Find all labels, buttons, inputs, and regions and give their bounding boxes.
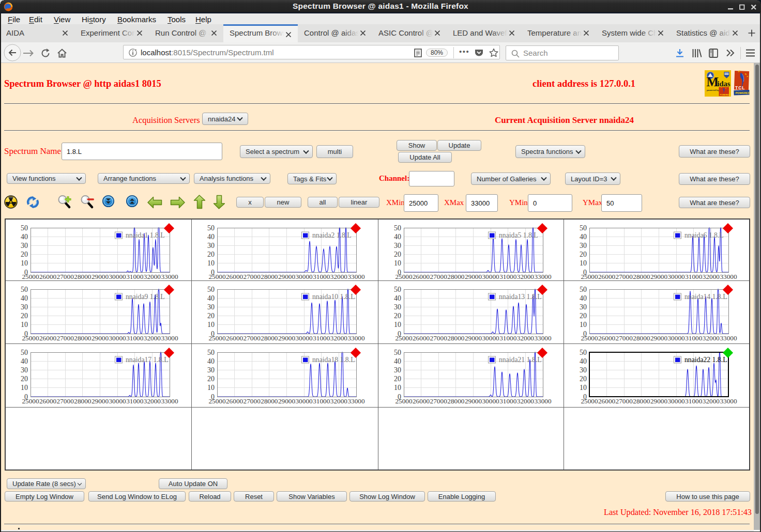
svg-text:POWERED: POWERED bbox=[736, 91, 750, 95]
svg-text:20: 20 bbox=[207, 375, 215, 383]
svg-text:31000: 31000 bbox=[685, 334, 703, 342]
svg-text:31000: 31000 bbox=[126, 273, 144, 280]
svg-text:26000: 26000 bbox=[39, 397, 57, 405]
svg-text:25000: 25000 bbox=[22, 273, 39, 280]
svg-text:27000: 27000 bbox=[243, 334, 261, 342]
svg-text:32000: 32000 bbox=[144, 397, 161, 405]
svg-text:28000: 28000 bbox=[74, 397, 92, 405]
svg-text:10: 10 bbox=[207, 259, 215, 267]
svg-text:27000: 27000 bbox=[243, 397, 261, 405]
svg-text:28000: 28000 bbox=[633, 334, 650, 342]
svg-text:33000: 33000 bbox=[720, 397, 737, 405]
svg-text:50: 50 bbox=[21, 286, 28, 293]
svg-text:20: 20 bbox=[207, 312, 215, 320]
svg-text:30: 30 bbox=[394, 366, 401, 374]
svg-text:28000: 28000 bbox=[633, 273, 650, 280]
svg-text:40: 40 bbox=[21, 357, 28, 365]
svg-text:31000: 31000 bbox=[499, 273, 517, 280]
svg-text:28000: 28000 bbox=[447, 397, 465, 405]
svg-text:33000: 33000 bbox=[347, 273, 365, 280]
svg-text:27000: 27000 bbox=[430, 273, 448, 280]
svg-text:29000: 29000 bbox=[278, 273, 296, 280]
svg-text:40: 40 bbox=[21, 233, 28, 241]
svg-text:30: 30 bbox=[580, 242, 587, 249]
svg-text:26000: 26000 bbox=[39, 273, 57, 280]
svg-text:40: 40 bbox=[207, 357, 215, 365]
svg-text:33000: 33000 bbox=[347, 397, 365, 405]
svg-text:30: 30 bbox=[207, 303, 215, 311]
svg-text:30000: 30000 bbox=[295, 397, 313, 405]
svg-text:31000: 31000 bbox=[126, 334, 144, 342]
svg-text:31000: 31000 bbox=[499, 397, 517, 405]
svg-text:50: 50 bbox=[207, 349, 215, 356]
svg-text:29000: 29000 bbox=[278, 397, 296, 405]
svg-text:10: 10 bbox=[207, 384, 215, 392]
svg-text:10: 10 bbox=[21, 259, 28, 267]
svg-text:nnaida9 1.8.L: nnaida9 1.8.L bbox=[126, 293, 165, 301]
svg-text:31000: 31000 bbox=[313, 334, 330, 342]
svg-text:nnaida10 1.8.L: nnaida10 1.8.L bbox=[312, 293, 355, 301]
svg-text:33000: 33000 bbox=[161, 397, 178, 405]
svg-text:40: 40 bbox=[207, 294, 215, 302]
svg-text:27000: 27000 bbox=[616, 273, 633, 280]
svg-text:32000: 32000 bbox=[330, 397, 348, 405]
svg-text:30: 30 bbox=[207, 242, 215, 249]
svg-text:10: 10 bbox=[21, 384, 28, 392]
svg-text:33000: 33000 bbox=[720, 273, 737, 280]
svg-text:28000: 28000 bbox=[261, 397, 278, 405]
svg-text:28000: 28000 bbox=[74, 334, 92, 342]
svg-text:29000: 29000 bbox=[650, 273, 668, 280]
svg-text:40: 40 bbox=[21, 294, 28, 302]
svg-text:32000: 32000 bbox=[703, 273, 720, 280]
svg-text:30: 30 bbox=[394, 303, 401, 311]
svg-text:30000: 30000 bbox=[482, 273, 499, 280]
svg-text:30: 30 bbox=[580, 366, 587, 374]
svg-text:29000: 29000 bbox=[465, 397, 482, 405]
svg-text:40: 40 bbox=[394, 233, 401, 241]
svg-text:25000: 25000 bbox=[22, 334, 39, 342]
svg-text:25000: 25000 bbox=[208, 334, 226, 342]
svg-text:31000: 31000 bbox=[313, 273, 330, 280]
svg-text:28000: 28000 bbox=[447, 334, 465, 342]
svg-text:idas: idas bbox=[718, 80, 730, 88]
svg-text:33000: 33000 bbox=[534, 334, 552, 342]
svg-text:20: 20 bbox=[394, 375, 401, 383]
svg-text:25000: 25000 bbox=[581, 273, 598, 280]
svg-text:28000: 28000 bbox=[261, 334, 278, 342]
svg-text:30: 30 bbox=[580, 303, 587, 311]
svg-text:28000: 28000 bbox=[447, 273, 465, 280]
svg-text:33000: 33000 bbox=[347, 334, 365, 342]
svg-text:50: 50 bbox=[207, 286, 215, 293]
svg-text:31000: 31000 bbox=[685, 273, 703, 280]
svg-text:nnaida18 1.8.L: nnaida18 1.8.L bbox=[312, 356, 355, 364]
svg-text:29000: 29000 bbox=[650, 334, 668, 342]
svg-text:50: 50 bbox=[580, 349, 587, 356]
svg-text:nnaida5 1.8.L: nnaida5 1.8.L bbox=[499, 231, 538, 239]
svg-text:20: 20 bbox=[21, 375, 28, 383]
svg-text:POWERED: POWERED bbox=[720, 94, 730, 96]
svg-text:30000: 30000 bbox=[295, 273, 313, 280]
svg-text:nnaida13 1.8.L: nnaida13 1.8.L bbox=[499, 293, 542, 301]
svg-text:33000: 33000 bbox=[161, 273, 178, 280]
svg-text:31000: 31000 bbox=[499, 334, 517, 342]
svg-text:20: 20 bbox=[394, 312, 401, 320]
svg-text:20: 20 bbox=[580, 375, 587, 383]
svg-text:50: 50 bbox=[580, 224, 587, 232]
svg-text:27000: 27000 bbox=[430, 397, 448, 405]
svg-text:29000: 29000 bbox=[278, 334, 296, 342]
svg-text:10: 10 bbox=[394, 321, 401, 328]
svg-text:27000: 27000 bbox=[57, 273, 74, 280]
svg-text:50: 50 bbox=[21, 349, 28, 356]
svg-text:25000: 25000 bbox=[22, 397, 39, 405]
svg-text:28000: 28000 bbox=[633, 397, 650, 405]
svg-text:29000: 29000 bbox=[92, 334, 109, 342]
svg-text:27000: 27000 bbox=[430, 334, 448, 342]
svg-text:10: 10 bbox=[21, 321, 28, 328]
svg-text:26000: 26000 bbox=[598, 273, 616, 280]
svg-text:25000: 25000 bbox=[581, 397, 598, 405]
svg-text:26000: 26000 bbox=[39, 334, 57, 342]
svg-text:26000: 26000 bbox=[413, 334, 430, 342]
svg-text:32000: 32000 bbox=[517, 397, 535, 405]
svg-text:27000: 27000 bbox=[616, 334, 633, 342]
svg-text:33000: 33000 bbox=[161, 334, 178, 342]
